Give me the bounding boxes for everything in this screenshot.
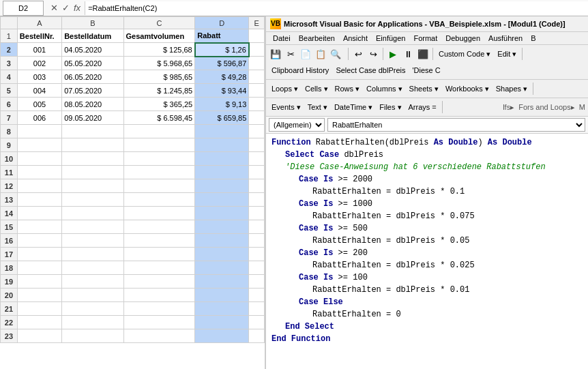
menu-debuggen[interactable]: Debuggen <box>441 33 484 43</box>
columns-btn[interactable]: Columns ▾ <box>364 81 405 96</box>
cell-b5[interactable]: 07.05.2020 <box>62 84 123 98</box>
cell-d5[interactable]: $ 93,44 <box>195 84 249 98</box>
edit-btn[interactable]: Edit ▾ <box>495 46 519 61</box>
cell-b9[interactable] <box>62 138 123 152</box>
cell-e18[interactable] <box>249 261 265 275</box>
cell-e5[interactable] <box>249 84 265 98</box>
cell-d14[interactable] <box>195 207 249 220</box>
cell-a5[interactable]: 004 <box>17 84 61 98</box>
copy-btn[interactable]: 📄 <box>299 47 312 61</box>
cell-b11[interactable] <box>62 166 123 179</box>
cell-b23[interactable] <box>62 329 123 343</box>
cell-a17[interactable] <box>17 248 61 261</box>
cell-a22[interactable] <box>17 316 61 329</box>
datetime-btn[interactable]: DateTime ▾ <box>332 100 375 115</box>
cell-e22[interactable] <box>249 316 265 329</box>
cell-a21[interactable] <box>17 302 61 316</box>
cell-c14[interactable] <box>123 207 195 220</box>
cell-c13[interactable] <box>123 193 195 207</box>
text-btn[interactable]: Text ▾ <box>305 100 330 115</box>
cell-a16[interactable] <box>17 234 61 248</box>
col-header-e[interactable]: E <box>249 17 265 29</box>
cell-c1[interactable]: Gesamtvolumen <box>123 29 195 43</box>
cell-d19[interactable] <box>195 275 249 289</box>
cell-e9[interactable] <box>249 138 265 152</box>
cell-c12[interactable] <box>123 179 195 193</box>
cell-d21[interactable] <box>195 302 249 316</box>
diese-case-btn[interactable]: 'Diese C <box>409 63 443 78</box>
stop-btn[interactable]: ⬛ <box>416 47 430 61</box>
shapes-btn[interactable]: Shapes ▾ <box>493 81 530 96</box>
cell-d7[interactable]: $ 659,85 <box>195 111 249 125</box>
cell-c2[interactable]: $ 125,68 <box>123 43 195 57</box>
cell-b21[interactable] <box>62 302 123 316</box>
cell-d16[interactable] <box>195 234 249 248</box>
cell-e19[interactable] <box>249 275 265 289</box>
cell-b7[interactable]: 09.05.2020 <box>62 111 123 125</box>
cell-a9[interactable] <box>17 138 61 152</box>
cell-c3[interactable]: $ 5.968,65 <box>123 57 195 70</box>
menu-datei[interactable]: Datei <box>269 33 295 43</box>
col-header-a[interactable]: A <box>17 17 61 29</box>
cell-b20[interactable] <box>62 289 123 302</box>
cell-e1[interactable] <box>249 29 265 43</box>
undo-btn[interactable]: ↩ <box>351 47 365 61</box>
cell-e2[interactable] <box>249 43 265 57</box>
cell-e20[interactable] <box>249 289 265 302</box>
col-header-d[interactable]: D <box>195 17 249 29</box>
cell-a1[interactable]: BestellNr. <box>17 29 61 43</box>
menu-ansicht[interactable]: Ansicht <box>339 33 372 43</box>
cell-d1[interactable]: Rabatt <box>195 29 249 43</box>
cell-b8[interactable] <box>62 125 123 138</box>
menu-einfuegen[interactable]: Einfügen <box>372 33 409 43</box>
custom-code-btn[interactable]: Custom Code ▾ <box>436 46 493 61</box>
select-case-btn[interactable]: Select Case dblPreis <box>333 63 408 78</box>
save-btn[interactable]: 💾 <box>269 47 282 61</box>
cell-e12[interactable] <box>249 179 265 193</box>
cell-e13[interactable] <box>249 193 265 207</box>
cell-reference-box[interactable] <box>3 1 44 16</box>
cell-d17[interactable] <box>195 248 249 261</box>
cell-d2[interactable]: $ 1,26 <box>195 43 249 57</box>
cell-e14[interactable] <box>249 207 265 220</box>
cell-b1[interactable]: Bestelldatum <box>62 29 123 43</box>
cell-b13[interactable] <box>62 193 123 207</box>
cell-c22[interactable] <box>123 316 195 329</box>
cell-b18[interactable] <box>62 261 123 275</box>
cell-c16[interactable] <box>123 234 195 248</box>
col-header-c[interactable]: C <box>123 17 195 29</box>
cell-d18[interactable] <box>195 261 249 275</box>
cell-c15[interactable] <box>123 220 195 234</box>
cell-d13[interactable] <box>195 193 249 207</box>
cell-a23[interactable] <box>17 329 61 343</box>
cell-a11[interactable] <box>17 166 61 179</box>
clipboard-history-btn[interactable]: Clipboard History <box>269 63 332 78</box>
cell-d8[interactable] <box>195 125 249 138</box>
cell-c10[interactable] <box>123 152 195 166</box>
cell-c4[interactable]: $ 985,65 <box>123 70 195 84</box>
cell-b3[interactable]: 05.05.2020 <box>62 57 123 70</box>
cell-e10[interactable] <box>249 152 265 166</box>
workbooks-btn[interactable]: Workbooks ▾ <box>443 81 492 96</box>
menu-extra[interactable]: B <box>527 33 540 43</box>
cell-a18[interactable] <box>17 261 61 275</box>
code-editor[interactable]: Function RabattErhalten(dblPreis As Doub… <box>266 134 588 369</box>
cell-d12[interactable] <box>195 179 249 193</box>
cell-b12[interactable] <box>62 179 123 193</box>
cell-b16[interactable] <box>62 234 123 248</box>
cell-d4[interactable]: $ 49,28 <box>195 70 249 84</box>
cell-a2[interactable]: 001 <box>17 43 61 57</box>
cell-d11[interactable] <box>195 166 249 179</box>
cell-e15[interactable] <box>249 220 265 234</box>
confirm-formula-icon[interactable]: ✓ <box>61 3 71 13</box>
code-module-select[interactable]: (Allgemein) <box>269 118 325 132</box>
arrays-btn[interactable]: Arrays = <box>406 100 439 115</box>
cell-e4[interactable] <box>249 70 265 84</box>
cell-a3[interactable]: 002 <box>17 57 61 70</box>
cell-a13[interactable] <box>17 193 61 207</box>
cell-a15[interactable] <box>17 220 61 234</box>
cell-a8[interactable] <box>17 125 61 138</box>
cell-c11[interactable] <box>123 166 195 179</box>
cell-a20[interactable] <box>17 289 61 302</box>
cell-d3[interactable]: $ 596,87 <box>195 57 249 70</box>
